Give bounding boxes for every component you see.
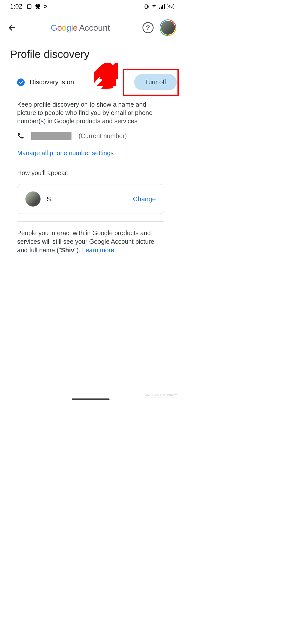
- appearance-card: S. Change: [17, 184, 164, 214]
- footer-description: People you interact with in Google produ…: [0, 222, 181, 254]
- svg-rect-1: [145, 5, 148, 8]
- learn-more-link[interactable]: Learn more: [82, 247, 114, 254]
- status-time: 1:02: [10, 3, 22, 10]
- header-title: Google Account: [20, 23, 140, 33]
- discovery-description: Keep profile discovery on to show a name…: [0, 94, 181, 125]
- footer-text-after: ").: [74, 247, 82, 254]
- change-link[interactable]: Change: [133, 195, 156, 203]
- appearance-name: S.: [47, 195, 127, 203]
- header-account-label: Account: [79, 23, 110, 33]
- battery-indicator: 46: [167, 4, 174, 9]
- terminal-icon: >_: [44, 3, 51, 10]
- back-arrow-icon: [8, 23, 16, 32]
- page-title: Profile discovery: [0, 43, 181, 70]
- phone-number-row: (Current number): [0, 125, 181, 140]
- phone-number-redacted: [31, 132, 71, 140]
- watermark: ANDROID AUTHORITY: [144, 393, 178, 397]
- navigation-handle[interactable]: [72, 398, 110, 400]
- phone-current-label: (Current number): [79, 132, 127, 140]
- app-header: Google Account ?: [0, 12, 181, 43]
- svg-rect-7: [164, 4, 165, 9]
- avatar-image: [161, 21, 175, 35]
- square-icon: [26, 4, 32, 9]
- appearance-avatar: [25, 191, 41, 207]
- turn-off-button[interactable]: Turn off: [134, 74, 177, 90]
- svg-rect-4: [159, 8, 160, 9]
- status-bar: 1:02 >_ 46: [0, 0, 181, 12]
- help-button[interactable]: ?: [142, 22, 154, 33]
- butterfly-icon: [34, 4, 41, 9]
- manage-phone-settings-link[interactable]: Manage all phone number settings: [0, 140, 181, 157]
- vibrate-icon: [143, 4, 149, 9]
- svg-rect-5: [161, 7, 162, 9]
- account-avatar[interactable]: [160, 19, 176, 36]
- svg-rect-0: [27, 5, 31, 8]
- footer-name: Shiv: [61, 247, 74, 254]
- phone-icon: [17, 132, 24, 139]
- discovery-status-text: Discovery is on: [30, 78, 134, 86]
- discovery-status-row: Discovery is on Turn off: [0, 70, 181, 94]
- status-right: 46: [143, 4, 174, 9]
- wifi-icon: [151, 4, 157, 9]
- status-left: 1:02 >_: [10, 3, 51, 10]
- appearance-label: How you'll appear:: [0, 157, 181, 182]
- check-icon: [17, 78, 25, 86]
- back-button[interactable]: [6, 22, 18, 34]
- svg-rect-6: [162, 5, 163, 9]
- signal-icon: [159, 4, 165, 9]
